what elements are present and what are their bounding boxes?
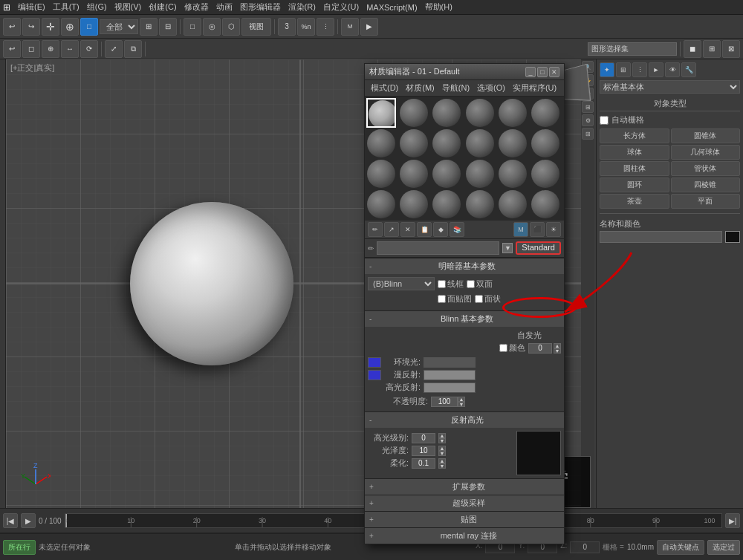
view-select[interactable]: 视图: [241, 18, 271, 36]
twoside-checkbox[interactable]: [467, 280, 475, 288]
obj-type-box[interactable]: 长方体: [600, 128, 669, 143]
tl-next-frame[interactable]: ▶|: [725, 513, 740, 528]
menu-modify[interactable]: 修改器: [181, 1, 212, 13]
mat-slot-15[interactable]: [432, 159, 461, 189]
faceted-checkbox[interactable]: [475, 295, 483, 303]
opacity-spinbox[interactable]: 100: [431, 397, 458, 407]
obj-type-pyramid[interactable]: 四棱锥: [671, 178, 741, 192]
auto-key-button[interactable]: 自动关键点: [657, 540, 704, 555]
named-selection-field[interactable]: 图形选择集: [588, 42, 677, 56]
mat-slot-5[interactable]: [498, 98, 528, 128]
rpn-motion[interactable]: ►: [649, 62, 663, 77]
mat-tb-show-map[interactable]: M: [513, 222, 528, 237]
tb2-btn-8[interactable]: ◼: [684, 40, 701, 58]
object-name-input[interactable]: [600, 231, 722, 243]
count-btn[interactable]: 3: [278, 18, 296, 36]
mat-slot-12[interactable]: [531, 128, 560, 158]
active-tool[interactable]: □: [80, 18, 98, 36]
spec-gloss-up[interactable]: ▲: [438, 446, 446, 451]
blinn-section-header[interactable]: - Blinn 基本参数: [365, 311, 564, 327]
mat-slot-8[interactable]: [399, 128, 429, 158]
tb2-btn-3[interactable]: ⊕: [42, 40, 59, 58]
mat-slot-13[interactable]: [366, 159, 396, 189]
illum-up-arrow[interactable]: ▲: [554, 343, 561, 348]
vp-icon-settings[interactable]: ⚙: [582, 114, 594, 126]
mat-tb-unique[interactable]: ◆: [433, 222, 448, 237]
tool-btn-4[interactable]: ◎: [203, 18, 221, 36]
restore-button[interactable]: □: [537, 67, 548, 77]
mat-tb-put-library[interactable]: 📚: [450, 222, 464, 237]
obj-type-cylinder[interactable]: 圆柱体: [600, 161, 669, 176]
tb2-btn-10[interactable]: ⊠: [722, 40, 740, 58]
expand-row-supersampling[interactable]: + 超级采样: [365, 495, 564, 511]
rpn-display[interactable]: 👁: [665, 62, 680, 77]
mat-menu-mode[interactable]: 模式(D): [368, 82, 401, 94]
auto-grid-checkbox[interactable]: [600, 116, 609, 125]
specular-section-header[interactable]: - 反射高光: [365, 412, 564, 428]
spec-gloss-down[interactable]: ▼: [438, 451, 446, 456]
mat-slot-10[interactable]: [465, 128, 495, 158]
rpn-utilities[interactable]: 🔧: [681, 62, 696, 77]
menu-graph-editor[interactable]: 图形编辑器: [237, 1, 284, 13]
mat-tb-backlight[interactable]: ☀: [546, 222, 561, 237]
z-input[interactable]: [570, 541, 600, 553]
spec-soften-spinbox[interactable]: 0.1: [412, 458, 435, 469]
selection-dropdown[interactable]: 全部: [100, 19, 138, 34]
illum-spinbox[interactable]: [528, 343, 552, 354]
mat-slot-2[interactable]: [399, 98, 429, 128]
mat-tb-assign[interactable]: ↗: [384, 222, 399, 237]
diffuse-lock[interactable]: [368, 370, 381, 380]
mat-slot-3[interactable]: [432, 98, 461, 128]
tool-btn-5[interactable]: ⬡: [222, 18, 240, 36]
mat-slot-1[interactable]: [366, 98, 396, 128]
spec-soften-down[interactable]: ▼: [438, 463, 446, 469]
status-mode-button[interactable]: 所在行: [3, 540, 36, 555]
spec-gloss-spinbox[interactable]: 10: [412, 446, 435, 456]
wire-checkbox[interactable]: [438, 280, 446, 288]
mat-slot-19[interactable]: [366, 189, 396, 219]
spec-soften-up[interactable]: ▲: [438, 458, 446, 463]
tb2-btn-4[interactable]: ↔: [61, 40, 79, 58]
mat-dropdown-arrow[interactable]: ▼: [502, 243, 513, 253]
vp-icon-grid[interactable]: ⊞: [582, 128, 594, 140]
vp-icon-maximize[interactable]: ⊞: [582, 101, 594, 113]
menu-group[interactable]: 组(G): [84, 1, 110, 13]
mat-menu-utils[interactable]: 实用程序(U): [510, 82, 559, 94]
expand-row-extended[interactable]: + 扩展参数: [365, 478, 564, 495]
mat-slot-17[interactable]: [498, 159, 528, 189]
expand-row-maps[interactable]: + 贴图: [365, 511, 564, 527]
menu-animate[interactable]: 动画: [213, 1, 236, 13]
menu-edit[interactable]: 编辑(E): [15, 1, 48, 13]
obj-type-torus[interactable]: 圆环: [600, 178, 669, 192]
ambient-lock[interactable]: [368, 357, 381, 368]
close-button[interactable]: ✕: [549, 67, 559, 77]
rpn-create[interactable]: ✦: [600, 62, 614, 77]
menu-customize[interactable]: 自定义(U): [320, 1, 362, 13]
undo-button[interactable]: ↩: [3, 18, 21, 36]
tl-play[interactable]: ▶: [21, 513, 36, 528]
mat-slot-23[interactable]: [498, 189, 528, 219]
material-btn[interactable]: M: [341, 18, 359, 36]
mat-tb-show-bg[interactable]: ⬛: [530, 222, 545, 237]
tool-btn-2[interactable]: ⊟: [159, 18, 177, 36]
mat-slot-7[interactable]: [366, 128, 396, 158]
mat-menu-options[interactable]: 选项(O): [474, 82, 508, 94]
mat-slot-20[interactable]: [399, 189, 429, 219]
facemap-checkbox[interactable]: [438, 295, 446, 303]
object-color-swatch[interactable]: [725, 231, 740, 243]
tool-btn-1[interactable]: ⊞: [140, 18, 158, 36]
rpn-hierarchy[interactable]: ⋮: [632, 62, 647, 77]
mat-slot-4[interactable]: [465, 98, 495, 128]
mat-slot-14[interactable]: [399, 159, 429, 189]
mat-slot-24[interactable]: [531, 189, 560, 219]
mat-name-input[interactable]: 01 - Default: [377, 241, 499, 255]
tb2-btn-1[interactable]: ↩: [3, 40, 21, 58]
rpn-modify[interactable]: ⊞: [616, 62, 631, 77]
tl-prev-frame[interactable]: |◀: [3, 513, 18, 528]
spec-level-down[interactable]: ▼: [438, 438, 446, 443]
tb2-btn-7[interactable]: ⧉: [124, 40, 142, 58]
select-filter-button[interactable]: 选定过: [707, 540, 740, 555]
redo-button[interactable]: ↪: [22, 18, 40, 36]
obj-type-tube[interactable]: 管状体: [671, 161, 741, 176]
opacity-down[interactable]: ▼: [458, 402, 465, 407]
